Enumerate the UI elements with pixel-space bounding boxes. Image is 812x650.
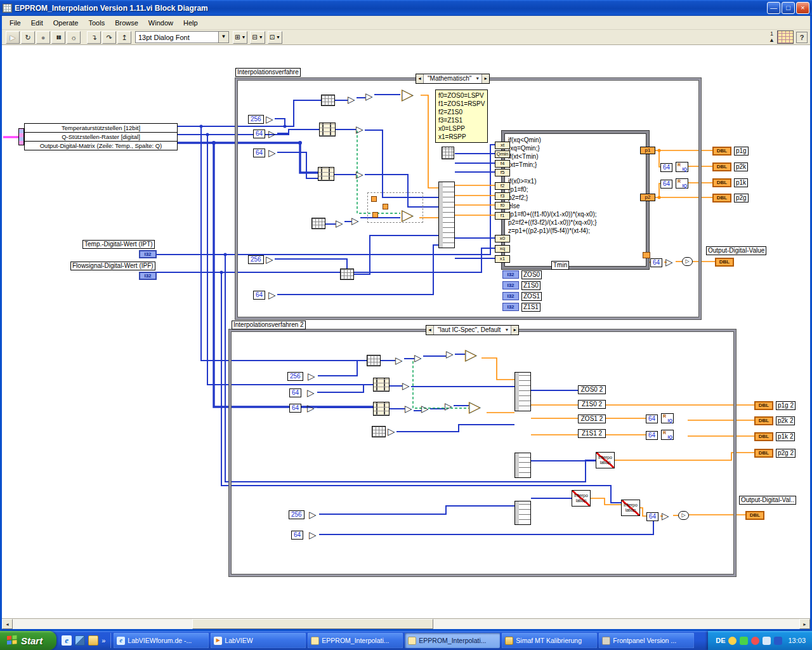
ie-icon[interactable]: e <box>62 635 72 646</box>
align-objects-button[interactable]: ⊞ ▼ <box>233 31 247 44</box>
build-array-node[interactable] <box>514 453 531 478</box>
case1-selector-dropdown-icon[interactable]: ▼ <box>475 74 481 83</box>
function-node[interactable]: ▷ <box>356 170 363 178</box>
scroll-left-icon[interactable]: ◄ <box>2 619 13 629</box>
constant-64[interactable]: 64 <box>646 512 658 521</box>
constant-64[interactable]: 64 <box>646 415 658 423</box>
constant-64[interactable]: 64 <box>253 129 265 138</box>
task-epprom-1[interactable]: EPPROM_Interpolati... <box>308 633 403 648</box>
step-out-button[interactable]: ↥ <box>117 31 131 44</box>
output-label-p1k[interactable]: p1k <box>734 178 748 187</box>
array-node[interactable] <box>372 426 386 437</box>
function-node[interactable]: ▷ <box>268 149 276 157</box>
vi-icon[interactable] <box>777 30 794 44</box>
fixedpoint-convert-node[interactable]: RIQ <box>661 430 674 440</box>
task-labviewforum[interactable]: e LabVIEWforum.de -... <box>114 633 209 648</box>
z-constant-terminal[interactable]: I32 <box>502 292 519 300</box>
round-node[interactable]: ▷ <box>682 257 693 266</box>
ipt-terminal[interactable]: I32 <box>139 250 157 258</box>
z-constant-label[interactable]: ZOS1 <box>521 292 542 301</box>
dbl-indicator[interactable]: DBL <box>712 194 731 202</box>
index-array-node[interactable] <box>373 378 390 392</box>
z-label[interactable]: Z1S1 2 <box>578 429 606 438</box>
constant-64[interactable]: 64 <box>650 258 662 267</box>
constant-64[interactable]: 64 <box>289 388 301 397</box>
build-array-node[interactable] <box>514 501 531 525</box>
folder-icon[interactable] <box>88 635 98 646</box>
run-continuous-button[interactable]: ↻ <box>21 31 35 44</box>
ipf-terminal[interactable]: I32 <box>139 272 157 280</box>
menu-window[interactable]: Window <box>143 17 178 29</box>
index-array-node[interactable] <box>373 402 390 416</box>
function-node[interactable]: ▷ <box>351 216 359 225</box>
output-label-p2k2[interactable]: p2k 2 <box>776 416 795 425</box>
step-into-button[interactable]: ↴ <box>87 31 101 44</box>
z-constant-terminal[interactable]: I32 <box>502 303 519 311</box>
array-node[interactable] <box>442 147 454 159</box>
dbl-indicator[interactable]: DBL <box>745 511 764 520</box>
task-frontpanel[interactable]: Frontpanel Version ... <box>599 633 694 648</box>
build-array-node[interactable] <box>438 182 455 248</box>
quick-launch-overflow-icon[interactable]: » <box>102 637 105 644</box>
dbl-indicator[interactable]: DBL <box>712 147 731 156</box>
constant-64[interactable]: 64 <box>253 149 265 157</box>
function-node[interactable]: ▷ <box>421 404 429 413</box>
z-constant-label[interactable]: Z1S0 <box>521 281 540 290</box>
array-node[interactable] <box>321 95 335 106</box>
formula-port-f0[interactable]: f0 <box>495 202 510 209</box>
distribute-objects-button[interactable]: ⊟ ▼ <box>250 31 265 44</box>
ipt-label[interactable]: Temp.-Digital-Wert (IPT) <box>82 240 155 249</box>
tray-icon-4[interactable] <box>763 637 771 645</box>
block-diagram[interactable]: Temperaturstützstellen [12bit] Q-Stützst… <box>2 45 810 618</box>
numeric-node[interactable] <box>372 212 378 218</box>
select-node[interactable]: ▷ <box>402 208 414 222</box>
output-digital-value2-label[interactable]: Output-Digital-Val.. <box>739 496 796 505</box>
pause-button[interactable]: ▮▮ <box>51 31 65 44</box>
function-node[interactable]: ▷ <box>308 372 315 380</box>
function-node[interactable]: ▷ <box>266 115 273 123</box>
reorder-button[interactable]: ⊡ ▼ <box>268 31 282 44</box>
formula-port-f5[interactable]: f5 <box>495 169 510 176</box>
formula-port-p2[interactable]: p2 <box>640 194 655 201</box>
output-label-p2k[interactable]: p2k <box>734 162 748 171</box>
highlight-execution-button[interactable]: ☼ <box>67 31 81 44</box>
task-epprom-2[interactable]: EPPROM_Interpolati... <box>405 633 500 648</box>
divide-node[interactable]: ▷ <box>665 258 673 266</box>
function-node[interactable]: ▷ <box>309 510 317 519</box>
constant-256[interactable]: 256 <box>248 255 264 264</box>
function-node[interactable]: ▷ <box>268 129 276 138</box>
compare-node[interactable]: ▷ <box>395 356 403 364</box>
output-label-p1k2[interactable]: p1k 2 <box>776 432 795 441</box>
select-node[interactable]: ▷ <box>469 399 481 413</box>
fixedpoint-convert-node[interactable]: RIQ <box>676 178 688 189</box>
case1-comment[interactable]: f0=ZOS0=LSPV f1=ZOS1=RSPV f2=Z1S0 f3=Z1S… <box>435 90 488 143</box>
menu-browse[interactable]: Browse <box>110 17 143 29</box>
dbl-indicator[interactable]: DBL <box>712 162 731 171</box>
output-label-p1g2[interactable]: p1g 2 <box>776 401 796 410</box>
close-button[interactable]: × <box>796 2 809 14</box>
divide-node[interactable]: ▷ <box>662 512 669 520</box>
constant-64[interactable]: 64 <box>660 180 672 189</box>
constant-64[interactable]: 64 <box>289 404 301 413</box>
minimize-button[interactable]: — <box>767 2 780 14</box>
connector-terminal[interactable] <box>18 128 24 145</box>
step-over-button[interactable]: ↷ <box>102 31 116 44</box>
case-structure-2[interactable] <box>229 329 736 576</box>
output-digital-value-label[interactable]: Output-Digital-Value <box>706 246 766 255</box>
formula-port-qmin[interactable]: Qmin <box>495 150 510 158</box>
function-node[interactable]: ▷ <box>266 255 273 263</box>
round-node[interactable]: ▷ <box>678 511 689 520</box>
numeric-node[interactable] <box>383 204 388 209</box>
constant-256[interactable]: 256 <box>248 115 264 124</box>
numeric-node[interactable] <box>371 196 377 202</box>
tray-icon-2[interactable] <box>740 637 748 645</box>
compare-node[interactable]: ▷ <box>348 95 355 103</box>
constant-64[interactable]: 64 <box>253 291 265 300</box>
function-node[interactable]: ▷ <box>405 404 412 413</box>
menu-file[interactable]: File <box>4 17 26 29</box>
formula-port-f3[interactable]: f3 <box>495 192 510 200</box>
show-desktop-icon[interactable] <box>75 635 85 646</box>
constant-256[interactable]: 256 <box>289 510 304 519</box>
abort-button[interactable]: ● <box>36 31 50 44</box>
fixedpoint-convert-node[interactable]: RIQ <box>676 162 688 172</box>
